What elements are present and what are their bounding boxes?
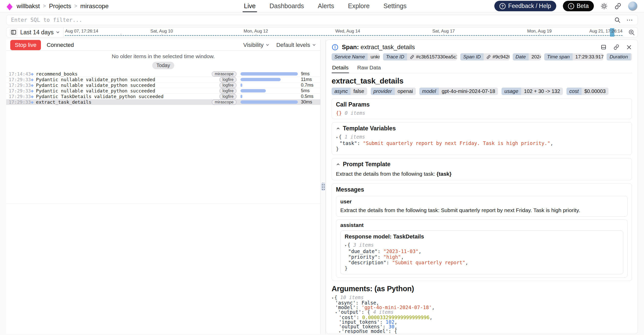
span-row[interactable]: 17:14:43 ◆ recommend_books mirascope 9ms (6, 71, 320, 77)
badge-label: Date (513, 53, 529, 60)
sidebar-toggle-icon[interactable] (9, 28, 18, 36)
row-timestamp: 17:29:33 (9, 94, 30, 99)
tab-settings[interactable]: Settings (384, 0, 407, 12)
default-levels-dropdown[interactable]: Default levels (276, 42, 316, 48)
span-row[interactable]: 17:29:33 ◆ Pydantic TaskDetails validate… (6, 94, 320, 99)
trace-id-value[interactable]: #c3b5157330ea5c1fd4572747af512d26 (416, 54, 457, 60)
tab-explore[interactable]: Explore (348, 0, 370, 12)
span-row[interactable]: 17:29:33 ◆ Pydantic nullable validate_py… (6, 88, 320, 94)
arguments-title: Arguments: (as Python) (332, 285, 632, 293)
span-row-selected[interactable]: 17:29:33 ◆ extract_task_details mirascop… (6, 99, 320, 105)
search-icon[interactable] (614, 17, 621, 23)
prompt-template-variable: {task} (436, 171, 451, 177)
duration-badge: Duration 29ms (607, 53, 632, 60)
breadcrumb-projects[interactable]: Projects (49, 3, 71, 10)
timeline-tick-label: Wed, Aug 14 (335, 29, 360, 34)
span-meta-badges: Service Name unknown_service Trace ID #c… (332, 53, 632, 60)
badge-label: model (419, 88, 439, 95)
list-view-controls: Visibility Default levels (243, 42, 316, 48)
row-duration-bar (241, 89, 298, 92)
breadcrumb: willbakst > Projects > mirascope (17, 3, 109, 10)
timeline-tick (256, 34, 256, 36)
tab-details[interactable]: Details (332, 64, 349, 73)
zoom-in-icon[interactable] (626, 29, 638, 36)
beta-label: Beta (577, 3, 589, 9)
topbar-actions: ? Feedback / Help i Beta (494, 1, 637, 11)
span-title: Span: extract_task_details (342, 44, 415, 51)
service-name-badge: Service Name unknown_service (332, 53, 380, 60)
time-range-dropdown[interactable]: Last 14 days (20, 29, 60, 36)
stop-live-button[interactable]: Stop live (10, 40, 41, 50)
tab-alerts[interactable]: Alerts (318, 0, 334, 12)
response-model-card: Response model: TaskDetails ▾{ 3 items"d… (340, 231, 623, 274)
collapse-chevron-icon[interactable] (336, 126, 340, 131)
row-tag-badge: logfire (220, 88, 236, 93)
badge-label: async (332, 88, 351, 95)
span-id-value[interactable]: #9c942620aa93dbb4 (493, 54, 509, 60)
row-timestamp: 17:29:33 (9, 88, 30, 93)
badge-value: 29ms (631, 53, 632, 60)
span-title-prefix: Span: (342, 44, 359, 50)
badge-label: cost (566, 88, 582, 95)
span-diamond-icon: ◆ (31, 100, 34, 104)
close-icon[interactable] (626, 44, 632, 50)
tab-live[interactable]: Live (244, 0, 256, 12)
breadcrumb-org[interactable]: willbakst (17, 3, 40, 10)
timeline-tick (444, 34, 444, 36)
message-role: user (340, 198, 623, 205)
feedback-help-button[interactable]: ? Feedback / Help (494, 1, 556, 11)
span-row[interactable]: 17:29:33 ◆ Pydantic nullable validate_py… (6, 77, 320, 82)
badge-value: $0.00003 (582, 88, 608, 95)
timeline-tick-label: Mon, Aug 19 (527, 29, 551, 34)
top-navigation-bar: ◆ willbakst > Projects > mirascope Live … (0, 0, 644, 12)
date-badge: Date 2024-08-21 (513, 53, 541, 60)
link-icon[interactable] (410, 55, 414, 59)
sql-filter-actions: ⋯ (614, 17, 633, 23)
badge-value: unknown_service (368, 53, 380, 60)
row-tag-badge: logfire (220, 83, 236, 88)
panel-layout-icon[interactable] (601, 44, 607, 50)
response-model-json: ▾{ 3 items"due_date": "2023-11-03","prio… (345, 242, 619, 271)
tab-raw-data[interactable]: Raw Data (357, 64, 381, 73)
row-duration-text: 11ms (301, 77, 318, 82)
default-levels-label: Default levels (276, 42, 310, 48)
theme-toggle-icon[interactable] (601, 3, 608, 10)
link-icon[interactable] (486, 55, 491, 59)
badge-label: usage (501, 88, 521, 95)
collapse-chevron-icon[interactable] (336, 162, 340, 166)
visibility-label: Visibility (243, 42, 264, 48)
sql-filter-input[interactable] (11, 17, 614, 23)
user-avatar[interactable] (628, 2, 637, 11)
timeline-tick (539, 34, 540, 36)
span-diamond-icon: ◆ (31, 72, 34, 76)
badge-value: openai (395, 88, 416, 95)
arguments-python-json: ▾{ 10 items'async': False,'model': 'gpt-… (332, 295, 632, 334)
timeline-track[interactable]: Aug 07, 17:26:14 Sat, Aug 10 Mon, Aug 12… (63, 27, 624, 37)
prompt-template-text: Extract the details from the following t… (336, 171, 628, 177)
logfire-logo-icon[interactable]: ◆ (7, 2, 13, 11)
provider-badge: provider openai (371, 88, 416, 95)
brand: ◆ willbakst > Projects > mirascope (7, 2, 109, 10)
breadcrumb-project-name[interactable]: mirascope (80, 3, 109, 10)
row-span-name: Pydantic nullable validate_python succee… (36, 82, 155, 88)
arguments-section: Arguments: (as Python) ▾{ 10 items'async… (332, 285, 632, 334)
timeline-tick-label: Sat, Aug 17 (432, 29, 455, 34)
row-span-name: Pydantic nullable validate_python succee… (36, 77, 155, 82)
prompt-template-title: Prompt Template (343, 161, 390, 168)
timeline-bar: Last 14 days Aug 07, 17:26:14 Sat, Aug 1… (6, 27, 638, 37)
panel-resize-handle[interactable] (321, 183, 325, 191)
span-diamond-icon: ◆ (31, 89, 34, 93)
tab-dashboards[interactable]: Dashboards (269, 0, 304, 12)
badge-value: false (351, 88, 367, 95)
copy-link-icon[interactable] (613, 44, 619, 50)
today-badge[interactable]: Today (152, 62, 174, 69)
row-tag-badge: logfire (220, 94, 236, 99)
prompt-template-card: Prompt Template Extract the details from… (332, 158, 632, 180)
visibility-dropdown[interactable]: Visibility (243, 42, 270, 48)
timeline-tick-label: Aug 21, 17:26:14 (589, 29, 623, 34)
span-row[interactable]: 17:29:33 ◆ Pydantic nullable validate_py… (6, 82, 320, 88)
more-options-icon[interactable]: ⋯ (626, 17, 633, 23)
template-variables-json: ▾{ 1 items"task": "Submit quarterly repo… (336, 134, 628, 152)
share-link-icon[interactable] (614, 3, 621, 10)
beta-button[interactable]: i Beta (563, 1, 594, 11)
